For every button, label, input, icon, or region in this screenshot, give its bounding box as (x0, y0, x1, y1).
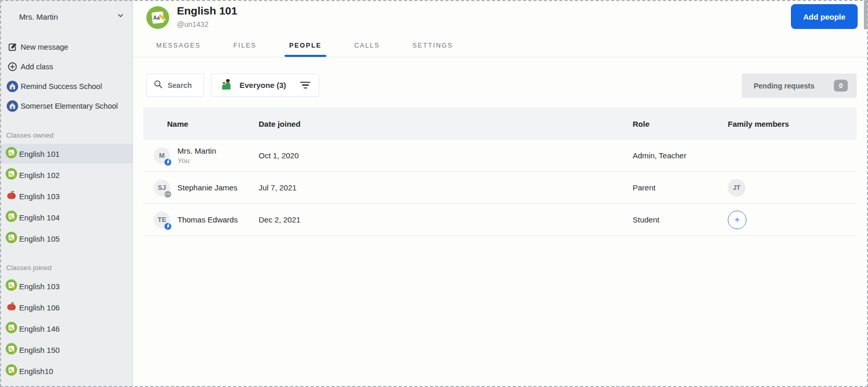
people-group-icon (220, 78, 233, 93)
role: Admin, Teacher (633, 151, 728, 160)
family-members-cell: + (728, 211, 857, 229)
role: Student (633, 215, 728, 224)
table-row[interactable]: M Mrs. Martin You Oct 1, 2020 Admin, Tea… (143, 140, 857, 172)
sidebar-item-label: Somerset Elementary School (21, 102, 118, 110)
class-label: English 106 (19, 303, 59, 312)
column-header-role: Role (633, 120, 728, 128)
table-header: Name Date joined Role Family members (143, 108, 857, 140)
pending-requests-button[interactable]: Pending requests 0 (742, 73, 857, 98)
sidebar-item-label: Remind Success School (21, 82, 102, 91)
sidebar: Mrs. Martin New message Add class (0, 0, 133, 387)
class-doc-icon (6, 168, 17, 182)
person-name: Mrs. Martin (177, 146, 216, 155)
class-handle: @un1432 (177, 20, 208, 28)
toolbar: Everyone (3) Pending requests 0 (133, 73, 868, 98)
sidebar-class-english-101[interactable]: English 101 (0, 144, 132, 163)
class-doc-icon (6, 147, 17, 160)
column-header-family-members: Family members (728, 120, 857, 128)
class-label: English 102 (19, 171, 59, 180)
sidebar-class-english-150[interactable]: English 150 (0, 340, 132, 360)
bolt-badge-icon (164, 158, 172, 166)
add-family-member-button[interactable]: + (728, 211, 746, 229)
sidebar-item-add-class[interactable]: Add class (0, 57, 132, 77)
main-panel: Aa English 101 @un1432 Add people MESSAG… (133, 0, 868, 387)
class-label: English 150 (19, 346, 59, 354)
avatar: M (154, 147, 170, 164)
compose-icon (7, 42, 18, 52)
date-joined: Jul 7, 2021 (259, 183, 633, 192)
dots-badge-icon (164, 190, 172, 198)
filter-icon (300, 82, 310, 89)
school-icon (7, 100, 18, 112)
date-joined: Oct 1, 2020 (259, 151, 633, 160)
class-label: English 103 (19, 192, 59, 201)
sidebar-class-english-103-joined[interactable]: English 103 (0, 276, 132, 296)
person-name: Thomas Edwards (177, 215, 238, 224)
class-doc-icon (6, 279, 17, 293)
account-name: Mrs. Martin (19, 12, 58, 21)
table-row[interactable]: SJ Stephanie James Jul 7, 2021 Parent JT (143, 172, 857, 204)
sidebar-item-new-message[interactable]: New message (0, 37, 132, 57)
bolt-badge-icon (164, 222, 172, 230)
audience-filter-dropdown[interactable]: Everyone (3) (211, 73, 319, 97)
sidebar-class-english-105[interactable]: English 105 (0, 229, 132, 248)
role: Parent (633, 183, 728, 192)
table-row[interactable]: TE Thomas Edwards Dec 2, 2021 Student + (143, 204, 857, 236)
tab-messages[interactable]: MESSAGES (156, 34, 201, 57)
person-meta: You (177, 157, 216, 165)
sidebar-item-school[interactable]: Somerset Elementary School (0, 96, 132, 116)
search-input[interactable] (168, 81, 200, 90)
class-label: English10 (19, 367, 53, 376)
class-label: English 146 (19, 324, 59, 333)
column-header-name: Name (143, 120, 259, 128)
chevron-down-icon (117, 12, 124, 21)
audience-filter-label: Everyone (3) (240, 81, 300, 90)
section-title-classes-owned: Classes owned (6, 131, 132, 139)
person-name: Stephanie James (177, 183, 237, 192)
plus-circle-icon (7, 62, 18, 72)
class-doc-icon (6, 364, 17, 378)
search-box[interactable] (146, 73, 204, 97)
class-doc-icon (6, 322, 17, 335)
sidebar-item-label: Add class (21, 63, 53, 71)
people-content: Everyone (3) Pending requests 0 Name Dat… (133, 73, 868, 387)
tab-calls[interactable]: CALLS (354, 34, 380, 57)
avatar: SJ (154, 180, 170, 196)
class-avatar-icon: Aa (146, 6, 169, 31)
family-members-cell: JT (728, 179, 857, 197)
tab-bar: MESSAGES FILES PEOPLE CALLS SETTINGS (133, 34, 868, 57)
people-table: Name Date joined Role Family members M (143, 108, 857, 236)
pending-requests-label: Pending requests (754, 82, 814, 90)
sidebar-class-english-103[interactable]: English 103 (0, 186, 132, 206)
date-joined: Dec 2, 2021 (259, 215, 633, 224)
family-member-avatar[interactable]: JT (728, 179, 745, 197)
class-label: English 105 (19, 234, 59, 243)
apple-icon (6, 301, 17, 314)
class-header: Aa English 101 @un1432 Add people (133, 0, 868, 34)
school-icon (7, 81, 18, 92)
sidebar-class-english-104[interactable]: English 104 (0, 207, 132, 227)
tab-settings[interactable]: SETTINGS (412, 34, 453, 57)
add-people-button[interactable]: Add people (791, 4, 858, 29)
tab-files[interactable]: FILES (233, 34, 257, 57)
class-doc-icon (6, 343, 17, 356)
class-label: English 104 (19, 213, 59, 222)
class-doc-icon (6, 211, 17, 224)
sidebar-class-english-146[interactable]: English 146 (0, 319, 132, 338)
sidebar-item-school[interactable]: Remind Success School (0, 77, 132, 96)
pending-count-badge: 0 (834, 80, 848, 92)
column-header-date-joined: Date joined (259, 120, 633, 128)
search-icon (154, 80, 163, 91)
sidebar-class-english-102[interactable]: English 102 (0, 165, 132, 185)
sidebar-class-english-106[interactable]: English 106 (0, 297, 132, 317)
sidebar-nav: New message Add class Remind Success Sch… (0, 37, 132, 116)
section-title-classes-joined: Classes joined (6, 264, 132, 272)
vertical-scrollbar-thumb[interactable] (864, 0, 867, 29)
sidebar-class-english10[interactable]: English10 (0, 361, 132, 381)
tab-people[interactable]: PEOPLE (289, 34, 322, 57)
avatar: TE (154, 212, 170, 228)
class-doc-icon (6, 232, 17, 245)
page-title: English 101 (177, 5, 237, 17)
account-switcher[interactable]: Mrs. Martin (0, 0, 132, 23)
app-window: Mrs. Martin New message Add class (0, 0, 868, 387)
